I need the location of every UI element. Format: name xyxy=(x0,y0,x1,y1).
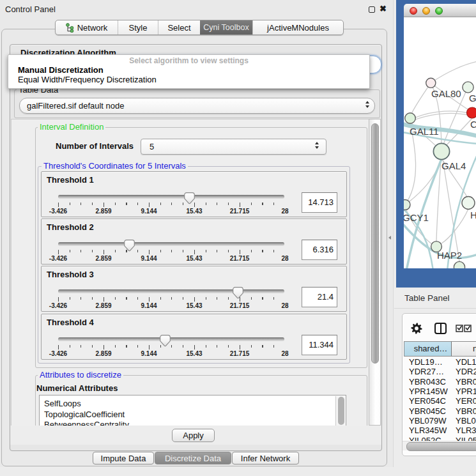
svg-text:HI: HI xyxy=(470,210,476,220)
svg-text:HAP2: HAP2 xyxy=(437,250,462,261)
svg-text:GAL11: GAL11 xyxy=(410,126,439,137)
svg-text:GAL80: GAL80 xyxy=(431,88,461,99)
svg-text:GCY1: GCY1 xyxy=(404,212,429,223)
svg-text:GAL4: GAL4 xyxy=(441,160,466,171)
svg-text:CD: CD xyxy=(470,119,476,130)
svg-text:GAL7: GAL7 xyxy=(469,93,476,104)
